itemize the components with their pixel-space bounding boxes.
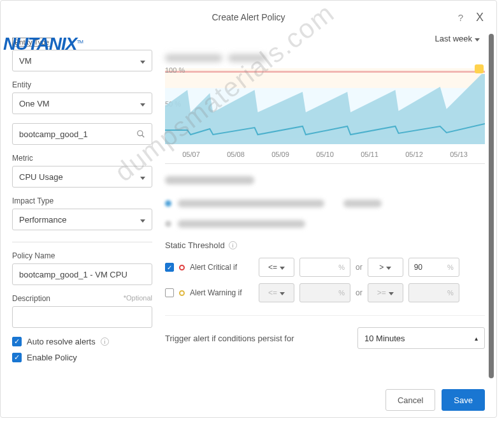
description-label: Description *Optional xyxy=(12,294,152,303)
time-range-select[interactable]: Last week xyxy=(435,34,480,43)
or-text: or xyxy=(356,263,363,272)
auto-resolve-checkbox[interactable]: ✓ xyxy=(12,337,22,346)
form-panel: Entity Type VM Entity One VM bootcamp_go… xyxy=(12,34,152,378)
time-range-value: Last week xyxy=(435,34,472,43)
threshold-line xyxy=(165,71,485,73)
policy-name-group: Policy Name bootcamp_good_1 - VM CPU xyxy=(12,251,152,285)
entity-search-group: bootcamp_good_1 xyxy=(12,123,152,145)
warning-val2-input[interactable]: % xyxy=(408,283,459,302)
logo-tm: TM xyxy=(76,39,83,45)
metric-label: Metric xyxy=(12,154,152,163)
modal-title: Create Alert Policy xyxy=(212,12,285,22)
enable-policy-label: Enable Policy xyxy=(27,353,77,362)
policy-name-value: bootcamp_good_1 - VM CPU xyxy=(19,270,127,279)
entity-search-input[interactable]: bootcamp_good_1 xyxy=(12,123,152,145)
modal-header: Create Alert Policy ? X xyxy=(12,10,485,27)
alert-warning-row: Alert Warning if <= % or >= % xyxy=(165,283,485,302)
alert-critical-row: ✓ Alert Critical if <= % or > 90% xyxy=(165,258,485,277)
or-text: or xyxy=(356,288,363,297)
metric-select[interactable]: CPU Usage xyxy=(12,166,152,188)
warning-op2-select[interactable]: >= xyxy=(368,283,403,302)
modal-footer: Cancel Save xyxy=(385,389,485,411)
warning-badge-icon xyxy=(475,64,484,73)
x-tick: 05/08 xyxy=(227,151,245,158)
entity-type-value: VM xyxy=(19,56,32,66)
entity-group: Entity One VM xyxy=(12,80,152,114)
chevron-down-icon xyxy=(475,34,480,43)
svg-line-1 xyxy=(142,135,145,138)
x-tick: 05/09 xyxy=(271,151,289,158)
policy-name-input[interactable]: bootcamp_good_1 - VM CPU xyxy=(12,263,152,285)
impact-type-select[interactable]: Performance xyxy=(12,209,152,230)
impact-type-group: Impact Type Performance xyxy=(12,196,152,230)
trigger-value: 10 Minutes xyxy=(364,334,405,343)
divider xyxy=(12,242,152,242)
trigger-duration-select[interactable]: 10 Minutes ▴ xyxy=(357,327,485,349)
usage-chart: 100 % 50 % 05/07 05/08 05/09 05/10 05/11… xyxy=(165,68,485,164)
behavioral-row1-blurred xyxy=(165,200,485,207)
description-input[interactable] xyxy=(12,306,152,328)
critical-dot-icon xyxy=(179,265,185,270)
enable-policy-row: ✓ Enable Policy xyxy=(12,353,152,362)
entity-value: One VM xyxy=(19,99,50,108)
chevron-down-icon xyxy=(140,172,145,182)
metric-group: Metric CPU Usage xyxy=(12,154,152,188)
search-icon xyxy=(136,129,145,138)
auto-resolve-row: ✓ Auto resolve alerts i xyxy=(12,337,152,346)
description-group: Description *Optional xyxy=(12,294,152,328)
alert-warning-label: Alert Warning if xyxy=(190,288,254,297)
entity-type-select[interactable]: VM xyxy=(12,50,152,71)
metric-value: CPU Usage xyxy=(19,172,63,182)
x-tick: 05/11 xyxy=(361,151,378,158)
policy-name-label: Policy Name xyxy=(12,251,152,260)
chevron-up-icon: ▴ xyxy=(475,335,478,342)
entity-select[interactable]: One VM xyxy=(12,92,152,114)
alert-critical-checkbox[interactable]: ✓ xyxy=(165,263,174,272)
x-tick: 05/07 xyxy=(182,151,200,158)
impact-type-label: Impact Type xyxy=(12,196,152,205)
x-axis: 05/07 05/08 05/09 05/10 05/11 05/12 05/1… xyxy=(165,151,485,158)
critical-val2-input[interactable]: 90% xyxy=(408,258,459,277)
chart-svg xyxy=(165,74,485,144)
behavioral-row2-blurred xyxy=(165,220,485,228)
critical-val1-input[interactable]: % xyxy=(299,258,350,277)
svg-point-0 xyxy=(138,131,143,136)
x-tick: 05/12 xyxy=(405,151,423,158)
modal-body: Entity Type VM Entity One VM bootcamp_go… xyxy=(12,34,485,378)
chevron-down-icon xyxy=(140,215,145,225)
entity-label: Entity xyxy=(12,80,152,89)
scrollbar[interactable] xyxy=(489,34,494,378)
chevron-down-icon xyxy=(140,99,145,108)
chevron-down-icon xyxy=(140,56,145,66)
enable-policy-checkbox[interactable]: ✓ xyxy=(12,353,22,362)
y-tick-100: 100 % xyxy=(165,66,185,74)
trigger-label: Trigger alert if conditions persist for xyxy=(165,334,294,343)
alert-warning-checkbox[interactable] xyxy=(165,288,174,297)
info-icon[interactable]: i xyxy=(229,241,237,249)
help-icon[interactable]: ? xyxy=(458,12,463,23)
auto-resolve-label: Auto resolve alerts xyxy=(27,337,96,346)
chart-panel: Last week 100 % 50 % 05/07 05/08 xyxy=(165,34,485,378)
critical-op2-select[interactable]: > xyxy=(368,258,403,277)
behavioral-title-blurred xyxy=(165,175,485,187)
critical-op1-select[interactable]: <= xyxy=(259,258,294,277)
impact-type-value: Performance xyxy=(19,215,66,225)
warning-op1-select[interactable]: <= xyxy=(259,283,294,302)
x-tick: 05/10 xyxy=(316,151,334,158)
cancel-button[interactable]: Cancel xyxy=(385,389,435,411)
warning-dot-icon xyxy=(179,290,185,296)
alert-critical-label: Alert Critical if xyxy=(190,263,254,272)
static-threshold-title: Static Threshold i xyxy=(165,240,485,250)
chart-title-blurred xyxy=(165,53,485,64)
info-icon[interactable]: i xyxy=(101,337,109,346)
save-button[interactable]: Save xyxy=(442,389,485,411)
entity-search-value: bootcamp_good_1 xyxy=(19,129,88,139)
optional-hint: *Optional xyxy=(124,294,152,302)
trigger-row: Trigger alert if conditions persist for … xyxy=(165,315,485,349)
close-icon[interactable]: X xyxy=(476,11,484,24)
x-tick: 05/13 xyxy=(450,151,468,158)
warning-val1-input[interactable]: % xyxy=(299,283,350,302)
create-alert-policy-modal: Create Alert Policy ? X NUTANIXTM dumpsm… xyxy=(0,0,497,418)
